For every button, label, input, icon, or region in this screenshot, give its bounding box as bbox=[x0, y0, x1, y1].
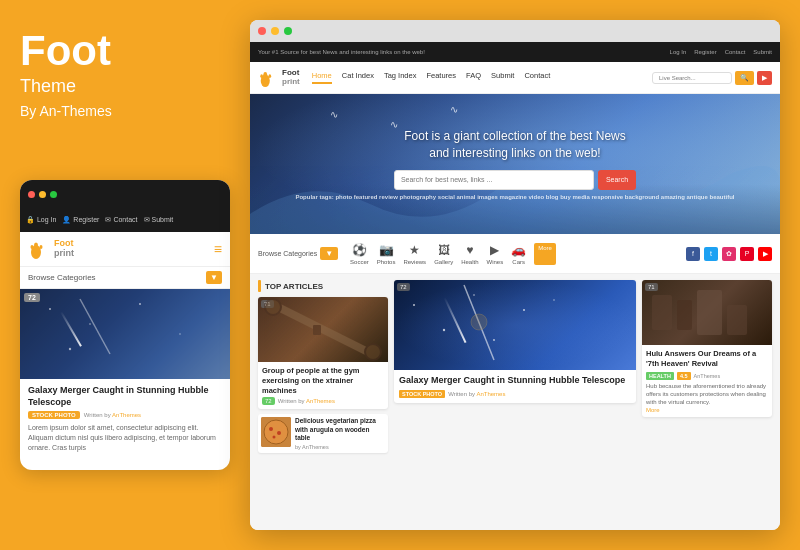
gym-svg bbox=[258, 297, 388, 362]
mobile-browse-button[interactable]: ▼ bbox=[206, 271, 222, 284]
mobile-tag-stock: STOCK PHOTO bbox=[28, 411, 80, 419]
cat-gallery[interactable]: 🖼 Gallery bbox=[434, 243, 453, 265]
mobile-login[interactable]: 🔒 Log In bbox=[26, 216, 56, 224]
wines-icon: ▶ bbox=[490, 243, 499, 257]
galaxy-written-by: Written by AnThemes bbox=[448, 391, 505, 397]
brand-subtitle: Theme bbox=[20, 76, 220, 97]
social-icons: f t ✿ P ▶ bbox=[686, 247, 772, 261]
seagull-1: ∿ bbox=[330, 109, 338, 120]
pizza-article-title: Delicious vegetarian pizza with arugula … bbox=[295, 417, 385, 442]
cat-cars[interactable]: 🚗 Cars bbox=[511, 243, 526, 265]
desktop-yellow-dot bbox=[271, 27, 279, 35]
youtube-icon[interactable]: ▶ bbox=[758, 247, 772, 261]
submit-link[interactable]: Submit bbox=[753, 49, 772, 55]
hulu-author: AnThemes bbox=[694, 373, 721, 379]
svg-rect-32 bbox=[677, 300, 692, 330]
mobile-article-title: Galaxy Merger Caught in Stunning Hubble … bbox=[28, 385, 222, 408]
register-link[interactable]: Register bbox=[694, 49, 716, 55]
svg-point-28 bbox=[493, 339, 495, 341]
gallery-icon: 🖼 bbox=[438, 243, 450, 257]
middle-column: 72 Galaxy Merger Caught in Stunning Hubb… bbox=[394, 280, 636, 524]
galaxy-article-title: Galaxy Merger Caught in Stunning Hubble … bbox=[399, 375, 631, 387]
facebook-icon[interactable]: f bbox=[686, 247, 700, 261]
hulu-article-card: 71 Hulu Answers Our Dreams of a '7th Hea… bbox=[642, 280, 772, 417]
gym-article-image: 71 bbox=[258, 297, 388, 362]
hulu-tags-row: HEALTH 4.5 AnThemes bbox=[646, 372, 768, 380]
instagram-icon[interactable]: ✿ bbox=[722, 247, 736, 261]
gym-author-link[interactable]: AnThemes bbox=[306, 398, 335, 404]
right-column: 71 Hulu Answers Our Dreams of a '7th Hea… bbox=[642, 280, 772, 524]
cat-health-label: Health bbox=[461, 259, 478, 265]
hulu-more-link[interactable]: More bbox=[646, 407, 768, 413]
hero-search-button[interactable]: Search bbox=[598, 170, 636, 190]
cat-gallery-label: Gallery bbox=[434, 259, 453, 265]
stars-svg bbox=[20, 289, 230, 379]
reviews-icon: ★ bbox=[409, 243, 420, 257]
svg-point-26 bbox=[553, 299, 554, 300]
nav-tag-index[interactable]: Tag Index bbox=[384, 71, 417, 84]
brand-by: By An-Themes bbox=[20, 103, 220, 119]
seagull-2: ∿ bbox=[390, 119, 398, 130]
cat-soccer[interactable]: ⚽ Soccer bbox=[350, 243, 369, 265]
nav-contact[interactable]: Contact bbox=[524, 71, 550, 84]
svg-point-8 bbox=[69, 348, 71, 350]
hero-section: ∿ ∿ ∿ Foot is a giant collection of the … bbox=[250, 94, 780, 234]
cat-health[interactable]: ♥ Health bbox=[461, 243, 478, 265]
stock-tag: STOCK PHOTO bbox=[399, 390, 445, 398]
mobile-register[interactable]: 👤 Register bbox=[62, 216, 99, 224]
nav-submit[interactable]: Submit bbox=[491, 71, 514, 84]
svg-point-4 bbox=[49, 308, 51, 310]
hero-search-input[interactable] bbox=[394, 170, 594, 190]
desktop-titlebar bbox=[250, 20, 780, 42]
svg-point-30 bbox=[471, 314, 487, 330]
mobile-contact[interactable]: ✉ Contact bbox=[105, 216, 137, 224]
svg-rect-33 bbox=[697, 290, 722, 335]
mobile-article-image: 72 bbox=[20, 289, 230, 379]
hamburger-icon[interactable]: ≡ bbox=[214, 241, 222, 257]
svg-point-16 bbox=[365, 344, 381, 360]
svg-point-19 bbox=[264, 420, 288, 444]
mobile-submit[interactable]: ✉ Submit bbox=[144, 216, 174, 224]
mobile-excerpt: Lorem ipsum dolor sit amet, consectetur … bbox=[28, 423, 222, 452]
galaxy-author-link[interactable]: AnThemes bbox=[476, 391, 505, 397]
cat-wines[interactable]: ▶ Wines bbox=[486, 243, 503, 265]
foot-logo-icon bbox=[28, 238, 50, 260]
svg-point-1 bbox=[34, 243, 38, 248]
hulu-article-title: Hulu Answers Our Dreams of a '7th Heaven… bbox=[646, 349, 768, 369]
browse-label: Browse Categories bbox=[258, 250, 317, 257]
nav-home[interactable]: Home bbox=[312, 71, 332, 84]
cat-photos[interactable]: 📷 Photos bbox=[377, 243, 396, 265]
nav-cat-index[interactable]: Cat Index bbox=[342, 71, 374, 84]
site-search-input[interactable] bbox=[652, 72, 732, 84]
nav-features[interactable]: Features bbox=[426, 71, 456, 84]
site-search-button[interactable]: 🔍 bbox=[735, 71, 754, 85]
site-rss-button[interactable]: ▶ bbox=[757, 71, 772, 85]
mobile-mockup: 🔒 Log In 👤 Register ✉ Contact ✉ Submit F… bbox=[20, 180, 230, 470]
mobile-article-content: Galaxy Merger Caught in Stunning Hubble … bbox=[20, 379, 230, 459]
galaxy-article-meta: STOCK PHOTO Written by AnThemes bbox=[399, 390, 631, 398]
gym-article-meta: 72 Written by AnThemes bbox=[262, 397, 384, 405]
hulu-article-content: Hulu Answers Our Dreams of a '7th Heaven… bbox=[642, 345, 772, 417]
pinterest-icon[interactable]: P bbox=[740, 247, 754, 261]
site-topbar-right: Log In Register Contact Submit bbox=[670, 49, 772, 55]
pizza-svg bbox=[261, 417, 291, 447]
svg-point-7 bbox=[179, 333, 180, 334]
mobile-author-link[interactable]: AnThemes bbox=[112, 412, 141, 418]
brand-title: Foot bbox=[20, 30, 220, 72]
nav-faq[interactable]: FAQ bbox=[466, 71, 481, 84]
login-link[interactable]: Log In bbox=[670, 49, 687, 55]
category-items: ⚽ Soccer 📷 Photos ★ Reviews 🖼 Gallery ♥ … bbox=[350, 243, 682, 265]
twitter-icon[interactable]: t bbox=[704, 247, 718, 261]
site-tagline: Your #1 Source for best News and interes… bbox=[258, 49, 425, 55]
cat-wines-label: Wines bbox=[486, 259, 503, 265]
svg-point-23 bbox=[413, 304, 415, 306]
mobile-logo: Foot print bbox=[28, 238, 74, 260]
contact-link[interactable]: Contact bbox=[725, 49, 746, 55]
hulu-excerpt: Hub because the aforementioned trio alre… bbox=[646, 382, 768, 407]
browse-categories-button[interactable]: ▼ bbox=[320, 247, 338, 260]
cat-reviews[interactable]: ★ Reviews bbox=[403, 243, 426, 265]
svg-point-20 bbox=[269, 427, 273, 431]
more-categories[interactable]: More bbox=[534, 243, 556, 265]
svg-rect-34 bbox=[727, 305, 747, 335]
galaxy-article-content: Galaxy Merger Caught in Stunning Hubble … bbox=[394, 370, 636, 403]
